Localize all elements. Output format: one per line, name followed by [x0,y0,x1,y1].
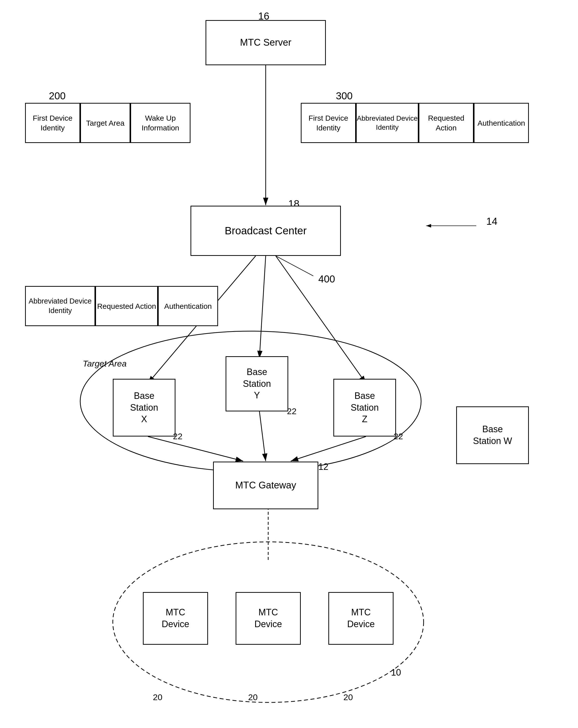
mtc-device1-label: MTCDevice [162,606,189,630]
label-14: 14 [486,216,498,227]
mtc-server-box: MTC Server [205,20,326,65]
format300-cell4: Authentication [474,103,529,143]
base-station-w-box: BaseStation W [456,407,529,464]
format200-cell3: Wake Up Information [130,103,191,143]
svg-line-6 [259,411,266,461]
label-400: 400 [318,274,335,285]
mtc-gateway-box: MTC Gateway [213,462,318,509]
label-22a: 22 [173,432,183,441]
format200-cell3-label: Wake Up Information [131,113,190,133]
broadcast-center-label: Broadcast Center [225,224,307,238]
broadcast-center-box: Broadcast Center [191,206,341,256]
format300-cell3: Requested Action [419,103,474,143]
svg-line-3 [259,256,266,358]
format300-cell1: First Device Identity [301,103,356,143]
mtc-device3-label: MTCDevice [347,606,375,630]
label-20c: 20 [343,693,353,702]
mtc-device2-box: MTCDevice [236,592,301,645]
svg-line-7 [291,437,366,461]
label-20a: 20 [153,693,162,702]
format400-cell3: Authentication [158,286,218,326]
format300-cell3-label: Requested Action [419,113,473,133]
base-station-x-box: BaseStationX [113,379,175,437]
format400-cell2: Requested Action [95,286,158,326]
svg-line-11 [276,256,313,276]
format400-cell3-label: Authentication [164,301,212,311]
format300-cell2: Abbreviated Device Identity [356,103,419,143]
format200-cell1: First Device Identity [25,103,80,143]
format400-cell1: Abbreviated Device Identity [25,286,95,326]
mtc-device2-label: MTCDevice [254,606,282,630]
label-12: 12 [318,462,328,472]
format300-cell4-label: Authentication [477,118,525,128]
label-20b: 20 [248,693,258,702]
base-station-x-label: BaseStationX [130,390,158,425]
base-station-w-label: BaseStation W [473,423,512,447]
format200-cell2-label: Target Area [86,118,124,128]
target-area-label: Target Area [83,359,127,368]
format200-cell1-label: First Device Identity [26,113,79,133]
format300-cell1-label: First Device Identity [302,113,355,133]
diagram-container: 16 MTC Server 200 First Device Identity … [0,0,578,728]
base-station-z-label: BaseStationZ [351,390,379,425]
base-station-y-box: BaseStationY [226,356,288,411]
format200-cell2: Target Area [80,103,130,143]
mtc-gateway-label: MTC Gateway [236,479,296,491]
label-22b: 22 [287,407,297,416]
format300-cell2-label: Abbreviated Device Identity [357,114,418,132]
svg-line-5 [148,437,243,461]
base-station-z-box: BaseStationZ [333,379,396,437]
mtc-server-label: MTC Server [240,36,292,49]
label-200: 200 [49,90,66,102]
mtc-device1-box: MTCDevice [143,592,208,645]
format400-cell2-label: Requested Action [97,301,156,311]
base-station-y-label: BaseStationY [243,366,271,401]
label-22c: 22 [393,432,403,441]
label-300: 300 [336,90,353,102]
format400-cell1-label: Abbreviated Device Identity [26,296,94,315]
mtc-device3-box: MTCDevice [328,592,393,645]
label-10: 10 [391,667,401,678]
